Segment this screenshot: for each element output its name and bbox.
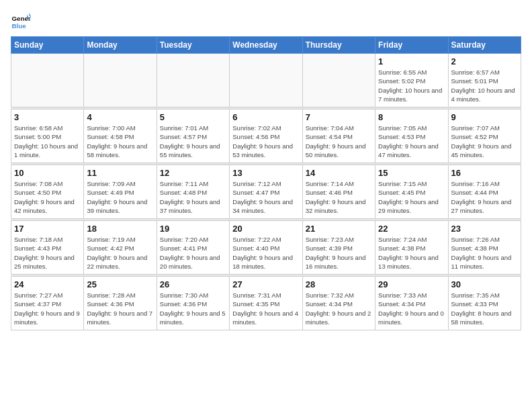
calendar-cell	[84, 54, 157, 107]
week-row-1: 1Sunrise: 6:55 AM Sunset: 5:02 PM Daylig…	[11, 54, 521, 107]
weekday-header-saturday: Saturday	[448, 37, 521, 54]
day-info: Sunrise: 7:08 AM Sunset: 4:50 PM Dayligh…	[14, 179, 81, 215]
day-number: 25	[87, 279, 153, 289]
day-number: 11	[87, 168, 153, 178]
calendar-cell: 21Sunrise: 7:23 AM Sunset: 4:39 PM Dayli…	[302, 221, 375, 275]
calendar-cell: 16Sunrise: 7:16 AM Sunset: 4:44 PM Dayli…	[448, 165, 521, 219]
calendar-cell	[11, 54, 84, 107]
calendar-cell: 5Sunrise: 7:01 AM Sunset: 4:57 PM Daylig…	[157, 109, 229, 163]
calendar-cell: 22Sunrise: 7:24 AM Sunset: 4:38 PM Dayli…	[375, 221, 448, 275]
day-info: Sunrise: 7:11 AM Sunset: 4:48 PM Dayligh…	[160, 179, 226, 215]
weekday-header-monday: Monday	[84, 37, 157, 54]
calendar-cell: 12Sunrise: 7:11 AM Sunset: 4:48 PM Dayli…	[157, 165, 229, 219]
day-number: 9	[451, 112, 518, 122]
day-info: Sunrise: 7:35 AM Sunset: 4:33 PM Dayligh…	[451, 291, 518, 326]
day-info: Sunrise: 7:24 AM Sunset: 4:38 PM Dayligh…	[378, 235, 445, 271]
weekday-header-row: SundayMondayTuesdayWednesdayThursdayFrid…	[11, 37, 521, 54]
day-info: Sunrise: 7:19 AM Sunset: 4:42 PM Dayligh…	[87, 235, 153, 271]
day-number: 29	[378, 279, 445, 289]
day-number: 16	[451, 168, 518, 178]
calendar-cell: 26Sunrise: 7:30 AM Sunset: 4:36 PM Dayli…	[157, 277, 229, 330]
day-info: Sunrise: 7:28 AM Sunset: 4:36 PM Dayligh…	[87, 291, 153, 326]
calendar-cell: 24Sunrise: 7:27 AM Sunset: 4:37 PM Dayli…	[11, 277, 84, 330]
day-number: 5	[160, 112, 226, 122]
week-row-2: 3Sunrise: 6:58 AM Sunset: 5:00 PM Daylig…	[11, 109, 521, 163]
day-info: Sunrise: 7:07 AM Sunset: 4:52 PM Dayligh…	[451, 124, 518, 159]
day-info: Sunrise: 7:22 AM Sunset: 4:40 PM Dayligh…	[232, 235, 299, 271]
day-number: 3	[14, 112, 81, 122]
day-info: Sunrise: 7:00 AM Sunset: 4:58 PM Dayligh…	[87, 124, 153, 159]
calendar-cell: 19Sunrise: 7:20 AM Sunset: 4:41 PM Dayli…	[157, 221, 229, 275]
calendar-table: SundayMondayTuesdayWednesdayThursdayFrid…	[11, 36, 521, 330]
calendar-cell: 4Sunrise: 7:00 AM Sunset: 4:58 PM Daylig…	[84, 109, 157, 163]
logo-icon: General Blue	[11, 11, 31, 31]
calendar-cell: 3Sunrise: 6:58 AM Sunset: 5:00 PM Daylig…	[11, 109, 84, 163]
day-info: Sunrise: 7:12 AM Sunset: 4:47 PM Dayligh…	[232, 179, 299, 215]
weekday-header-friday: Friday	[375, 37, 448, 54]
week-row-5: 24Sunrise: 7:27 AM Sunset: 4:37 PM Dayli…	[11, 277, 521, 330]
weekday-header-tuesday: Tuesday	[157, 37, 229, 54]
day-number: 10	[14, 168, 81, 178]
calendar-cell	[230, 54, 302, 107]
calendar-cell: 15Sunrise: 7:15 AM Sunset: 4:45 PM Dayli…	[375, 165, 448, 219]
day-number: 24	[14, 279, 81, 289]
calendar-cell: 30Sunrise: 7:35 AM Sunset: 4:33 PM Dayli…	[448, 277, 521, 330]
svg-text:Blue: Blue	[12, 22, 27, 30]
day-number: 2	[451, 56, 518, 66]
day-info: Sunrise: 7:26 AM Sunset: 4:38 PM Dayligh…	[451, 235, 518, 271]
day-info: Sunrise: 7:04 AM Sunset: 4:54 PM Dayligh…	[306, 124, 372, 159]
day-number: 8	[378, 112, 445, 122]
calendar-cell: 18Sunrise: 7:19 AM Sunset: 4:42 PM Dayli…	[84, 221, 157, 275]
day-info: Sunrise: 7:09 AM Sunset: 4:49 PM Dayligh…	[87, 179, 153, 215]
day-info: Sunrise: 7:05 AM Sunset: 4:53 PM Dayligh…	[378, 124, 445, 159]
day-info: Sunrise: 7:15 AM Sunset: 4:45 PM Dayligh…	[378, 179, 445, 215]
day-info: Sunrise: 7:33 AM Sunset: 4:34 PM Dayligh…	[378, 291, 445, 326]
calendar-cell: 2Sunrise: 6:57 AM Sunset: 5:01 PM Daylig…	[448, 54, 521, 107]
calendar-cell: 17Sunrise: 7:18 AM Sunset: 4:43 PM Dayli…	[11, 221, 84, 275]
day-number: 30	[451, 279, 518, 289]
calendar-cell: 8Sunrise: 7:05 AM Sunset: 4:53 PM Daylig…	[375, 109, 448, 163]
day-info: Sunrise: 7:32 AM Sunset: 4:34 PM Dayligh…	[306, 291, 372, 326]
day-number: 26	[160, 279, 226, 289]
calendar-cell	[302, 54, 375, 107]
calendar-cell: 28Sunrise: 7:32 AM Sunset: 4:34 PM Dayli…	[302, 277, 375, 330]
day-info: Sunrise: 7:31 AM Sunset: 4:35 PM Dayligh…	[232, 291, 299, 326]
day-number: 15	[378, 168, 445, 178]
day-info: Sunrise: 7:20 AM Sunset: 4:41 PM Dayligh…	[160, 235, 226, 271]
day-number: 28	[306, 279, 372, 289]
day-number: 6	[232, 112, 299, 122]
day-info: Sunrise: 7:02 AM Sunset: 4:56 PM Dayligh…	[232, 124, 299, 159]
day-number: 7	[306, 112, 372, 122]
calendar-cell: 7Sunrise: 7:04 AM Sunset: 4:54 PM Daylig…	[302, 109, 375, 163]
weekday-header-sunday: Sunday	[11, 37, 84, 54]
day-info: Sunrise: 7:30 AM Sunset: 4:36 PM Dayligh…	[160, 291, 226, 326]
calendar-cell: 6Sunrise: 7:02 AM Sunset: 4:56 PM Daylig…	[230, 109, 302, 163]
calendar-cell: 10Sunrise: 7:08 AM Sunset: 4:50 PM Dayli…	[11, 165, 84, 219]
page-header: General Blue	[11, 11, 521, 31]
logo: General Blue	[11, 11, 34, 31]
calendar-cell	[157, 54, 229, 107]
day-info: Sunrise: 6:58 AM Sunset: 5:00 PM Dayligh…	[14, 124, 81, 159]
day-number: 19	[160, 224, 226, 234]
week-row-4: 17Sunrise: 7:18 AM Sunset: 4:43 PM Dayli…	[11, 221, 521, 275]
day-number: 21	[306, 224, 372, 234]
day-number: 18	[87, 224, 153, 234]
day-info: Sunrise: 6:57 AM Sunset: 5:01 PM Dayligh…	[451, 68, 518, 103]
weekday-header-thursday: Thursday	[302, 37, 375, 54]
day-number: 14	[306, 168, 372, 178]
day-number: 22	[378, 224, 445, 234]
day-info: Sunrise: 7:14 AM Sunset: 4:46 PM Dayligh…	[306, 179, 372, 215]
day-number: 12	[160, 168, 226, 178]
calendar-cell: 20Sunrise: 7:22 AM Sunset: 4:40 PM Dayli…	[230, 221, 302, 275]
day-info: Sunrise: 7:01 AM Sunset: 4:57 PM Dayligh…	[160, 124, 226, 159]
day-info: Sunrise: 7:23 AM Sunset: 4:39 PM Dayligh…	[306, 235, 372, 271]
day-info: Sunrise: 7:27 AM Sunset: 4:37 PM Dayligh…	[14, 291, 81, 326]
day-number: 17	[14, 224, 81, 234]
day-number: 23	[451, 224, 518, 234]
calendar-cell: 25Sunrise: 7:28 AM Sunset: 4:36 PM Dayli…	[84, 277, 157, 330]
calendar-cell: 9Sunrise: 7:07 AM Sunset: 4:52 PM Daylig…	[448, 109, 521, 163]
day-number: 1	[378, 56, 445, 66]
calendar-cell: 13Sunrise: 7:12 AM Sunset: 4:47 PM Dayli…	[230, 165, 302, 219]
day-info: Sunrise: 6:55 AM Sunset: 5:02 PM Dayligh…	[378, 68, 445, 103]
calendar-cell: 29Sunrise: 7:33 AM Sunset: 4:34 PM Dayli…	[375, 277, 448, 330]
